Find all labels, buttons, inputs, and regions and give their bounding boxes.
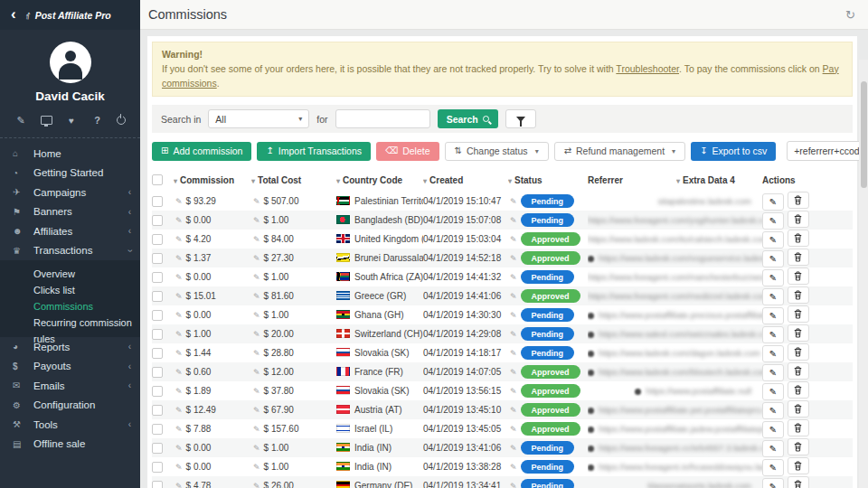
sidebar-item-configuration[interactable]: Configuration (0, 396, 140, 416)
row-checkbox[interactable] (152, 386, 163, 397)
pencil-icon[interactable]: ✎ (253, 387, 260, 396)
add-commission-button[interactable]: ⊞Add commission (152, 142, 251, 161)
pencil-icon[interactable]: ✎ (253, 482, 260, 488)
pencil-icon[interactable]: ✎ (510, 216, 517, 225)
pencil-icon[interactable]: ✎ (175, 330, 183, 339)
pencil-icon[interactable]: ✎ (175, 463, 183, 472)
pencil-icon[interactable]: ✎ (253, 216, 260, 225)
help-icon[interactable] (91, 114, 104, 127)
row-checkbox[interactable] (152, 272, 163, 283)
pencil-icon[interactable]: ✎ (510, 482, 517, 488)
submenu-item-recurring-commission-rules[interactable]: Recurring commission rules (0, 314, 140, 331)
pencil-icon[interactable]: ✎ (175, 406, 183, 415)
delete-row-button[interactable] (788, 324, 809, 342)
row-checkbox[interactable] (152, 462, 163, 473)
delete-row-button[interactable] (788, 305, 809, 323)
app-logo[interactable]: ↑↑ Post Affiliate Pro (25, 8, 111, 22)
sidebar-item-getting-started[interactable]: Getting Started (0, 164, 140, 183)
submenu-item-overview[interactable]: Overview (0, 266, 140, 282)
edit-row-button[interactable]: ✎ (762, 269, 784, 286)
column-commission[interactable]: ▾Commission (174, 168, 251, 192)
troubleshooter-link[interactable]: Troubleshooter (616, 63, 679, 74)
pencil-icon[interactable]: ✎ (175, 349, 183, 358)
pencil-icon[interactable]: ✎ (253, 197, 260, 206)
avatar[interactable] (50, 42, 91, 83)
change-status-button[interactable]: ⇅Change status▾ (445, 142, 549, 161)
delete-row-button[interactable] (788, 381, 809, 399)
row-checkbox[interactable] (152, 234, 163, 245)
pencil-icon[interactable]: ✎ (510, 292, 517, 301)
row-checkbox[interactable] (152, 481, 163, 488)
row-checkbox[interactable] (152, 443, 163, 454)
pencil-icon[interactable]: ✎ (175, 197, 183, 206)
delete-row-button[interactable] (788, 419, 809, 436)
pencil-icon[interactable]: ✎ (253, 311, 260, 320)
pencil-icon[interactable]: ✎ (510, 406, 517, 415)
pencil-icon[interactable]: ✎ (175, 273, 183, 282)
pencil-icon[interactable]: ✎ (253, 273, 260, 282)
pencil-icon[interactable]: ✎ (510, 235, 517, 244)
submenu-item-clicks-list[interactable]: Clicks list (0, 282, 140, 298)
pencil-icon[interactable]: ✎ (175, 235, 183, 244)
edit-row-button[interactable]: ✎ (762, 383, 784, 400)
row-checkbox[interactable] (152, 367, 163, 378)
pencil-icon[interactable]: ✎ (175, 482, 183, 488)
pencil-icon[interactable]: ✎ (253, 292, 260, 301)
row-checkbox[interactable] (152, 196, 163, 207)
sidebar-item-tools[interactable]: Tools‹ (0, 415, 140, 435)
pencil-icon[interactable]: ✎ (253, 425, 260, 434)
sidebar-item-reports[interactable]: Reports‹ (0, 337, 140, 357)
import-transactions-button[interactable]: ↥Import Transactions (257, 142, 371, 161)
pencil-icon[interactable]: ✎ (253, 368, 260, 377)
sidebar-item-offline-sale[interactable]: Offline sale (0, 435, 140, 455)
edit-row-button[interactable]: ✎ (762, 231, 784, 249)
pencil-icon[interactable]: ✎ (253, 349, 260, 358)
edit-row-button[interactable]: ✎ (762, 478, 784, 488)
delete-row-button[interactable] (788, 476, 809, 488)
row-checkbox[interactable] (152, 253, 163, 264)
edit-row-button[interactable]: ✎ (762, 402, 784, 419)
delete-row-button[interactable] (788, 362, 809, 380)
monitor-icon[interactable] (41, 116, 52, 125)
refund-management-button[interactable]: ⇄Refund management▾ (554, 142, 685, 161)
edit-row-button[interactable]: ✎ (762, 459, 784, 476)
pencil-icon[interactable]: ✎ (175, 387, 183, 396)
column-status[interactable]: ▾Status (508, 168, 588, 192)
heart-icon[interactable] (65, 114, 78, 127)
pencil-icon[interactable]: ✎ (510, 368, 517, 377)
pencil-icon[interactable]: ✎ (510, 197, 517, 206)
row-checkbox[interactable] (152, 329, 163, 340)
delete-row-button[interactable] (788, 343, 809, 361)
delete-row-button[interactable] (788, 286, 809, 304)
sidebar-item-home[interactable]: Home (0, 144, 140, 164)
edit-row-button[interactable]: ✎ (762, 288, 784, 305)
refresh-icon[interactable]: ↻ (845, 8, 855, 22)
row-checkbox[interactable] (152, 405, 163, 416)
column-created[interactable]: ▾Created (423, 168, 508, 192)
pencil-icon[interactable]: ✎ (510, 311, 517, 320)
pencil-icon[interactable]: ✎ (510, 387, 517, 396)
delete-row-button[interactable] (788, 457, 809, 474)
column-referrer[interactable]: Referrer (588, 168, 676, 192)
pencil-icon[interactable]: ✎ (253, 330, 260, 339)
delete-row-button[interactable] (788, 267, 809, 285)
delete-row-button[interactable] (788, 230, 809, 247)
edit-row-button[interactable]: ✎ (762, 326, 784, 343)
columns-select[interactable]: +referrerr+ccode▾ (787, 141, 868, 161)
pencil-icon[interactable]: ✎ (175, 254, 183, 263)
row-checkbox[interactable] (152, 215, 163, 226)
edit-row-button[interactable]: ✎ (762, 250, 784, 267)
submenu-item-commissions[interactable]: Commissions (0, 298, 140, 314)
row-checkbox[interactable] (152, 424, 163, 435)
pencil-icon[interactable]: ✎ (510, 425, 517, 434)
column-total-cost[interactable]: ▾Total Cost (251, 168, 336, 192)
back-button[interactable]: ‹ (0, 5, 25, 25)
pencil-icon[interactable]: ✎ (175, 368, 183, 377)
pencil-icon[interactable] (14, 114, 27, 127)
row-checkbox[interactable] (152, 291, 163, 302)
edit-row-button[interactable]: ✎ (762, 440, 784, 457)
pencil-icon[interactable]: ✎ (175, 444, 183, 453)
edit-row-button[interactable]: ✎ (762, 345, 784, 362)
select-all-checkbox[interactable] (152, 174, 163, 185)
pencil-icon[interactable]: ✎ (510, 463, 517, 472)
